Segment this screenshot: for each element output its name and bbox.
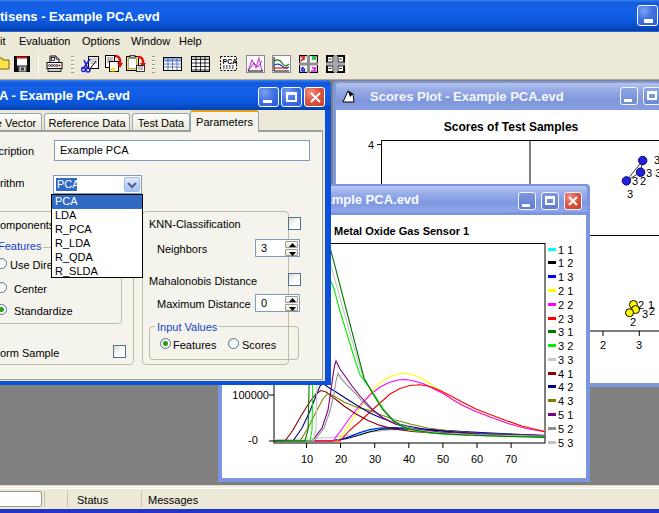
svg-text:PCA: PCA (223, 58, 238, 65)
